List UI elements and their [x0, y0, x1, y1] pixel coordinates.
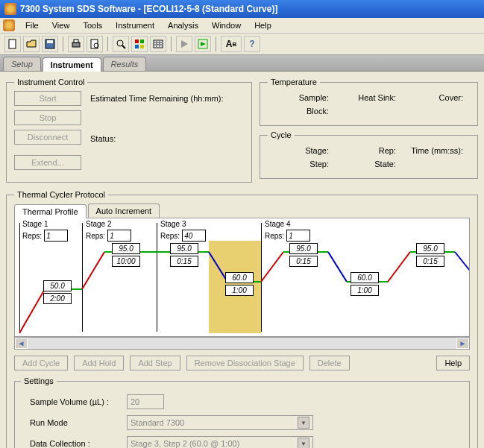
menu-instrument[interactable]: Instrument	[110, 19, 160, 31]
svg-line-31	[388, 252, 410, 282]
svg-line-21	[82, 252, 104, 289]
instctrl-legend: Instrument Control	[14, 78, 87, 86]
start-button[interactable]: Start	[14, 91, 81, 106]
menu-window[interactable]: Window	[206, 19, 247, 31]
tab-instrument[interactable]: Instrument	[43, 57, 101, 72]
svg-rect-2	[47, 40, 53, 43]
extend-button[interactable]: Extend...	[14, 155, 81, 170]
svg-line-19	[19, 289, 45, 333]
temperature-group: Temperature Sample: Heat Sink: Cover: Bl…	[260, 78, 478, 126]
new-icon[interactable]	[4, 36, 21, 52]
cycle-time-label: Time (mm:ss):	[402, 144, 469, 157]
svg-rect-3	[72, 42, 80, 47]
temp-heatsink-label: Heat Sink:	[335, 91, 402, 104]
svg-rect-11	[135, 45, 139, 48]
status-label: Status:	[90, 134, 224, 143]
s4c-temp[interactable]: 95.0	[416, 243, 444, 254]
data-collection-label: Data Collection :	[30, 439, 127, 448]
protocol-legend: Thermal Cycler Protocol	[14, 190, 108, 199]
settings-group: Settings Sample Volume (µL) : Run Mode S…	[14, 376, 470, 448]
s2-temp[interactable]: 95.0	[112, 243, 140, 254]
cycle-step-label: Step:	[268, 157, 335, 171]
save-icon[interactable]	[42, 36, 58, 52]
svg-rect-9	[135, 40, 139, 43]
stop-button[interactable]: Stop	[14, 110, 81, 125]
tab-auto-increment[interactable]: Auto Increment	[88, 204, 160, 218]
remove-dissociation-button[interactable]: Remove Dissociation Stage	[186, 356, 304, 370]
scroll-track[interactable]	[28, 338, 456, 349]
settings-legend: Settings	[21, 376, 57, 385]
cycle-legend: Cycle	[268, 130, 295, 139]
thermal-protocol-group: Thermal Cycler Protocol Thermal Profile …	[6, 190, 478, 448]
temp-cover-label: Cover:	[402, 91, 469, 104]
s4a-temp[interactable]: 95.0	[289, 243, 318, 254]
chevron-down-icon[interactable]: ▼	[298, 417, 309, 429]
svg-rect-12	[140, 45, 144, 48]
s3a-time[interactable]: 0:15	[170, 256, 198, 267]
s1-time[interactable]: 2:00	[43, 293, 72, 304]
svg-line-29	[328, 252, 347, 282]
plate-icon[interactable]	[150, 36, 166, 52]
add-cycle-button[interactable]: Add Cycle	[14, 356, 68, 370]
add-hold-button[interactable]: Add Hold	[74, 356, 124, 370]
main-tabs: Setup Instrument Results	[0, 55, 484, 72]
disconnect-button[interactable]: Disconnect	[14, 130, 81, 145]
toolbar: AB ?	[0, 34, 484, 55]
svg-line-27	[261, 252, 283, 282]
cycle-group: Cycle Stage: Rep: Time (mm:ss): Step: St…	[260, 130, 478, 179]
tab-thermal-profile[interactable]: Thermal Profile	[14, 204, 87, 218]
print-icon[interactable]	[68, 36, 84, 52]
menu-tools[interactable]: Tools	[77, 19, 108, 31]
analyze-icon[interactable]: AB	[221, 36, 242, 52]
temp-block-label: Block:	[268, 104, 335, 118]
s4b-temp[interactable]: 60.0	[351, 272, 379, 283]
temp-sample-label: Sample:	[268, 91, 335, 104]
run-icon[interactable]	[195, 36, 211, 52]
s1-temp[interactable]: 50.0	[43, 280, 72, 291]
help-button[interactable]: Help	[436, 356, 470, 370]
data-collection-combo[interactable]: Stage 3, Step 2 (60.0 @ 1:00)▼	[127, 436, 313, 448]
help-icon[interactable]: ?	[244, 36, 260, 52]
zoom-icon[interactable]	[113, 36, 129, 52]
menu-file[interactable]: File	[19, 19, 45, 31]
tab-results[interactable]: Results	[103, 57, 147, 71]
sample-volume-input[interactable]	[127, 394, 164, 409]
est-remain-label: Estimated Time Remaining (hh:mm):	[90, 94, 224, 103]
cycle-state-label: State:	[335, 157, 402, 171]
thermal-profile-canvas[interactable]: Stage 1 Reps: Stage 2 Reps: Stage 3 Reps…	[14, 218, 470, 337]
cycle-rep-label: Rep:	[335, 144, 402, 157]
open-icon[interactable]	[23, 36, 40, 52]
s3a-temp[interactable]: 95.0	[170, 243, 198, 254]
play-icon[interactable]	[176, 36, 192, 52]
menu-help[interactable]: Help	[248, 19, 277, 31]
cycle-stage-label: Stage:	[268, 144, 335, 157]
window-title: 7300 System SDS Software - [ECOLI12-5-8 …	[20, 4, 277, 14]
grid-icon[interactable]	[131, 36, 148, 52]
run-mode-combo[interactable]: Standard 7300▼	[127, 415, 313, 430]
s4a-time[interactable]: 0:15	[289, 256, 318, 267]
add-step-button[interactable]: Add Step	[130, 356, 180, 370]
chevron-down-icon[interactable]: ▼	[298, 438, 309, 448]
svg-rect-10	[140, 40, 144, 43]
menu-view[interactable]: View	[46, 19, 76, 31]
s3b-time[interactable]: 1:00	[225, 285, 254, 296]
menu-analysis[interactable]: Analysis	[162, 19, 204, 31]
svg-point-7	[117, 40, 123, 46]
temp-legend: Temperature	[268, 78, 320, 86]
s2-time[interactable]: 10:00	[112, 256, 140, 267]
preview-icon[interactable]	[87, 36, 103, 52]
profile-scrollbar[interactable]: ◄ ►	[14, 337, 470, 350]
delete-button[interactable]: Delete	[309, 356, 350, 370]
tab-setup[interactable]: Setup	[3, 57, 41, 71]
sample-volume-label: Sample Volume (µL) :	[30, 397, 127, 406]
scroll-left-icon[interactable]: ◄	[15, 338, 28, 349]
s3b-temp[interactable]: 60.0	[225, 272, 254, 283]
instrument-control-group: Instrument Control Start Stop Disconnect…	[6, 78, 252, 183]
s4c-time[interactable]: 0:15	[416, 256, 444, 267]
scroll-right-icon[interactable]: ►	[456, 338, 469, 349]
app-icon	[4, 3, 16, 15]
menubar: File View Tools Instrument Analysis Wind…	[0, 18, 484, 34]
run-mode-label: Run Mode	[30, 418, 127, 427]
s4b-time[interactable]: 1:00	[351, 285, 379, 296]
svg-rect-0	[9, 40, 16, 48]
